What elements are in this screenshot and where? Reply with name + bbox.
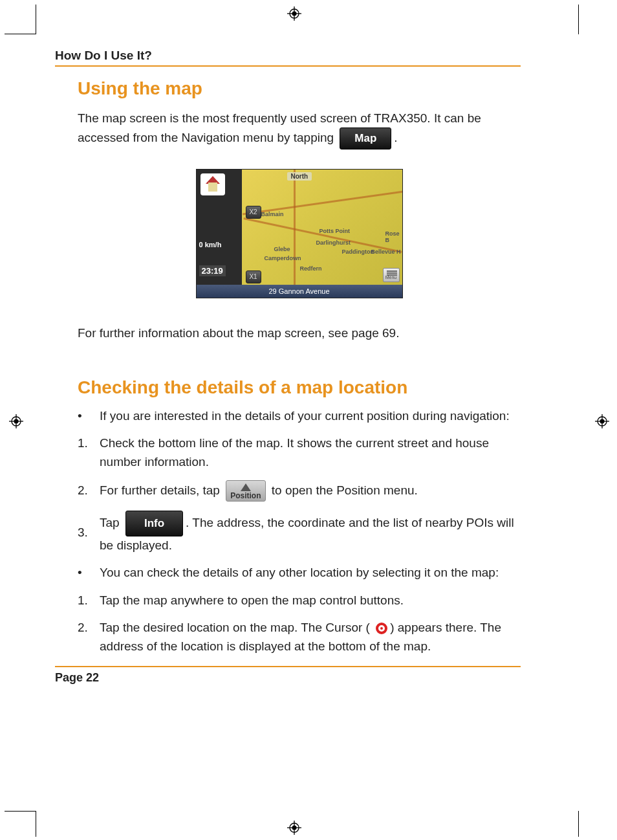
- map-label: Potts Point: [319, 228, 351, 234]
- intro-paragraph: The map screen is the most frequently us…: [78, 109, 521, 149]
- map-screenshot: North 0 km/h 23:19 X2 X1 Balmain Potts P…: [196, 169, 403, 298]
- heading-checking-details: Checking the details of a map location: [78, 377, 521, 398]
- list-text: You can check the details of any other l…: [100, 564, 521, 582]
- zoom-out-button[interactable]: X1: [246, 271, 261, 283]
- map-label: Camperdown: [265, 255, 301, 261]
- svg-point-15: [600, 419, 605, 424]
- crop-mark: [578, 811, 579, 837]
- info-button[interactable]: Info: [125, 511, 183, 536]
- crop-mark: [578, 5, 579, 34]
- map-label: Balmain: [261, 211, 284, 217]
- menu-button[interactable]: Menu: [383, 268, 400, 282]
- list-text: For further details, tap Position to ope…: [100, 480, 521, 502]
- list-text: Tap the desired location on the map. The…: [100, 619, 521, 656]
- heading-using-map: Using the map: [78, 78, 521, 99]
- number-marker: 2.: [78, 619, 100, 637]
- zoom-in-button[interactable]: X2: [246, 206, 261, 219]
- speed-indicator: 0 km/h: [199, 241, 222, 249]
- registration-mark-bottom: [287, 821, 301, 835]
- number-marker: 1.: [78, 434, 100, 453]
- map-label: Paddington: [342, 249, 374, 255]
- map-label: Bellevue H: [371, 249, 401, 255]
- bullet-marker: •: [78, 564, 100, 582]
- svg-point-11: [14, 419, 19, 424]
- footer-rule: Page 22: [55, 666, 521, 685]
- list-item: 3. Tap Info. The address, the coordinate…: [78, 511, 521, 555]
- cursor-icon: [374, 621, 389, 636]
- registration-mark-left: [9, 414, 23, 428]
- crop-mark: [36, 5, 36, 34]
- list-text: If you are interested in the details of …: [100, 407, 521, 426]
- bullet-marker: •: [78, 407, 100, 426]
- list-item: 1. Tap the map anywhere to open the map …: [78, 591, 521, 610]
- map-label: Darlinghurst: [316, 239, 351, 246]
- intro-text-2: .: [394, 131, 397, 144]
- map-label: Glebe: [274, 246, 290, 252]
- list-text: Tap Info. The address, the coordinate an…: [100, 511, 521, 555]
- list-item: 1. Check the bottom line of the map. It …: [78, 434, 521, 471]
- clock: 23:19: [199, 265, 226, 276]
- map-button[interactable]: Map: [340, 127, 391, 150]
- list-text: Check the bottom line of the map. It sho…: [100, 434, 521, 471]
- svg-point-3: [292, 12, 297, 16]
- intro-text-1: The map screen is the most frequently us…: [78, 111, 481, 144]
- list-item: 2. Tap the desired location on the map. …: [78, 619, 521, 656]
- crop-mark: [5, 811, 36, 812]
- page-number: Page 22: [55, 671, 521, 685]
- list-item: • You can check the details of any other…: [78, 564, 521, 582]
- home-icon: [200, 173, 225, 195]
- list-text: Tap the map anywhere to open the map con…: [100, 591, 521, 610]
- registration-mark-top: [287, 6, 301, 21]
- position-button[interactable]: Position: [226, 480, 265, 502]
- map-label: Redfern: [300, 265, 322, 272]
- number-marker: 3.: [78, 524, 100, 542]
- map-address-bar: 29 Gannon Avenue: [197, 285, 402, 298]
- list-item: 2. For further details, tap Position to …: [78, 480, 521, 502]
- further-info-text: For further information about the map sc…: [78, 324, 521, 342]
- number-marker: 1.: [78, 591, 100, 610]
- number-marker: 2.: [78, 481, 100, 500]
- section-header: How Do I Use It?: [55, 49, 521, 67]
- svg-point-7: [292, 826, 297, 830]
- list-item: • If you are interested in the details o…: [78, 407, 521, 426]
- registration-mark-right: [595, 414, 609, 428]
- crop-mark: [5, 34, 36, 34]
- map-label: Rose B: [385, 230, 402, 243]
- compass-label: North: [287, 172, 312, 181]
- crop-mark: [36, 811, 36, 837]
